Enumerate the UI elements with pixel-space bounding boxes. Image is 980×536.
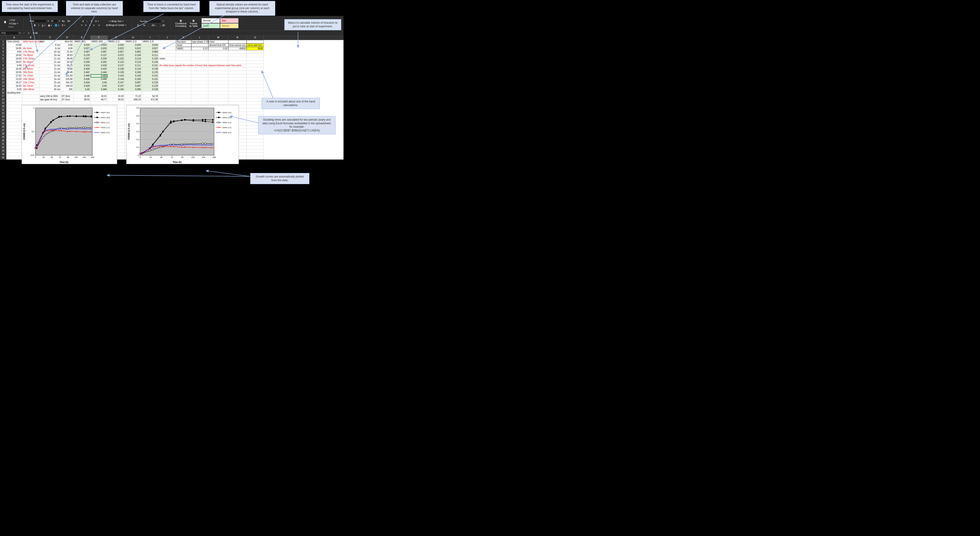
align-left-button[interactable]: ≡ — [80, 24, 83, 27]
cell[interactable]: 0.137 — [108, 64, 125, 67]
cell[interactable] — [159, 88, 176, 91]
cell[interactable] — [247, 78, 264, 81]
cell[interactable]: doubling time — [6, 91, 22, 95]
row-header[interactable]: 30 — [0, 139, 6, 142]
cell[interactable] — [208, 88, 228, 91]
cell[interactable]: 0.426 — [73, 67, 91, 71]
align-center-button[interactable]: ≡ — [84, 24, 88, 27]
cell[interactable] — [142, 102, 159, 105]
row-header[interactable]: 7 — [0, 61, 6, 64]
chart-linear-scale[interactable]: 00.10.20.30.40.50.6024487296120144168Tim… — [126, 105, 239, 164]
row-header[interactable]: 4 — [0, 50, 6, 54]
cell[interactable]: 0.436 — [73, 78, 91, 81]
cell[interactable]: VA001 (A3) — [91, 40, 108, 43]
cell[interactable]: 12:00 — [6, 43, 22, 47]
border-button[interactable]: ▦▾ — [47, 24, 53, 27]
cell[interactable] — [247, 40, 264, 43]
cell[interactable] — [73, 91, 91, 95]
row-header[interactable]: 18 — [0, 98, 6, 102]
cell[interactable]: 12-Jul — [39, 64, 61, 67]
cell[interactable]: 7hr 00min — [22, 54, 39, 57]
underline-button[interactable]: U▾ — [41, 24, 46, 27]
cell[interactable]: 0.087 — [73, 50, 91, 54]
cell[interactable] — [191, 50, 208, 54]
row-header[interactable]: 32 — [0, 146, 6, 149]
cell[interactable]: 142.18 — [61, 81, 73, 85]
cell[interactable]: VA001 — [176, 47, 191, 50]
cell[interactable]: 28.83 — [61, 54, 73, 57]
cell[interactable]: 0.448 — [91, 88, 108, 91]
cell[interactable] — [228, 102, 247, 105]
cell[interactable]: 0.45 — [91, 81, 108, 85]
cell[interactable]: 15-Jul — [39, 85, 61, 88]
cell[interactable]: 0.095 — [125, 88, 142, 91]
row-header[interactable]: 12 — [0, 78, 6, 81]
row-header[interactable]: 26 — [0, 125, 6, 129]
cell[interactable]: 0.434 — [73, 81, 91, 85]
cell[interactable]: 0.450 — [91, 74, 108, 78]
cell-styles-gallery[interactable]: Normal Bad Good Neutral — [201, 18, 239, 29]
cell[interactable]: 10:27 — [6, 81, 22, 85]
cell[interactable]: 17:52 — [6, 74, 22, 78]
cell[interactable]: 16:05 — [6, 47, 22, 50]
cell[interactable]: 0.442 — [73, 71, 91, 74]
format-as-table-button[interactable]: ▦Format as Table — [188, 19, 199, 28]
cell[interactable] — [247, 149, 264, 153]
cell[interactable] — [159, 95, 176, 98]
cell[interactable] — [247, 71, 264, 74]
cell[interactable]: 14-Jul — [39, 78, 61, 81]
cell[interactable] — [6, 146, 22, 149]
cell[interactable]: 0.020 — [91, 43, 108, 47]
cell[interactable]: 0.027 — [142, 47, 159, 50]
cell[interactable]: 0.097 — [125, 85, 142, 88]
cell[interactable] — [191, 61, 208, 64]
cell[interactable] — [247, 81, 264, 85]
cell[interactable]: 0.087 — [91, 50, 108, 54]
cell[interactable]: 17hr 41min — [22, 64, 39, 67]
cell[interactable]: 52.02 — [61, 61, 73, 64]
conditional-formatting-button[interactable]: ▦Conditional Formatting — [174, 19, 188, 28]
cell[interactable]: inoculum — [176, 40, 191, 43]
row-header[interactable]: 17 — [0, 95, 6, 98]
cell[interactable] — [191, 71, 208, 74]
align-middle-button[interactable]: ↕ — [86, 19, 89, 23]
cell[interactable]: 21.83 — [61, 50, 73, 54]
cell[interactable]: 11-Jul — [39, 57, 61, 61]
row-header[interactable]: 25 — [0, 122, 6, 125]
cell[interactable] — [191, 91, 208, 95]
cell[interactable]: 0.110 — [108, 61, 125, 64]
cell[interactable]: VA001 (L1) — [108, 40, 125, 43]
cell[interactable]: 0.145 — [108, 88, 125, 91]
col-header-O[interactable]: O — [247, 35, 264, 40]
cell[interactable]: 94.48 — [61, 71, 73, 74]
row-header[interactable]: 24 — [0, 118, 6, 122]
cell[interactable]: DT (hrs) — [61, 95, 73, 98]
cell[interactable] — [91, 102, 108, 105]
row-header[interactable]: 14 — [0, 85, 6, 88]
cell[interactable]: 0.138 — [108, 67, 125, 71]
cell[interactable] — [6, 98, 22, 102]
confirm-icon[interactable]: ✓ — [22, 32, 26, 35]
cell[interactable] — [6, 95, 22, 98]
cell[interactable]: 0.100 — [125, 78, 142, 81]
row-header[interactable]: 16 — [0, 91, 6, 95]
cell[interactable] — [228, 95, 247, 98]
cell[interactable]: 0.45 — [91, 85, 108, 88]
cell[interactable] — [159, 47, 176, 50]
cell[interactable] — [247, 74, 264, 78]
cell[interactable] — [228, 50, 247, 54]
row-header[interactable]: 13 — [0, 81, 6, 85]
cell[interactable]: 0.143 — [108, 74, 125, 78]
cell[interactable] — [159, 61, 176, 64]
fx-icon[interactable]: fx — [26, 32, 32, 34]
cell[interactable]: delta hours bw tps — [22, 40, 39, 43]
cell[interactable]: 0.258 — [91, 57, 108, 61]
cell[interactable]: 16:42 — [6, 85, 22, 88]
cell[interactable]: 21hr 17min — [22, 81, 39, 85]
font-size-input[interactable] — [49, 19, 58, 23]
cell[interactable]: 0.097 — [125, 81, 142, 85]
cell[interactable] — [108, 102, 125, 105]
cell[interactable]: early (24h to 65h) — [39, 95, 61, 98]
cell[interactable] — [176, 81, 191, 85]
col-header-N[interactable]: N — [228, 35, 247, 40]
